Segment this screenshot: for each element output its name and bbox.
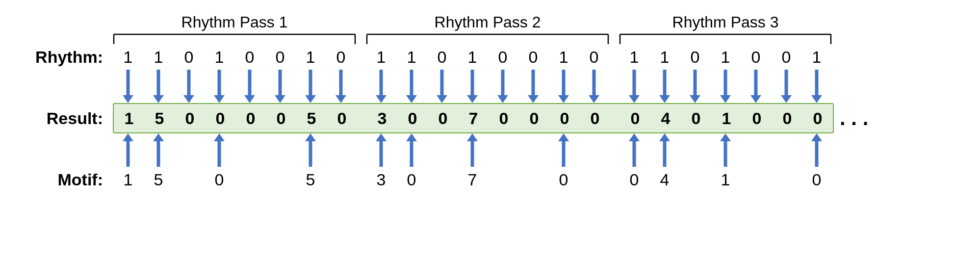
result-cell: 0 bbox=[620, 109, 650, 128]
result-cell: 0 bbox=[428, 109, 458, 128]
rhythm-cell: 1 bbox=[143, 48, 174, 67]
svg-marker-46 bbox=[690, 95, 700, 103]
arrow-down-cell bbox=[265, 70, 295, 103]
svg-marker-74 bbox=[659, 133, 670, 141]
arrow-down-cell bbox=[113, 70, 143, 103]
svg-marker-68 bbox=[467, 133, 478, 141]
pass-labels-row: Rhythm Pass 1 Rhythm Pass 2 Rhythm Pass … bbox=[10, 5, 970, 44]
arrow-up-cell bbox=[143, 133, 174, 167]
arrow-down-cell bbox=[326, 70, 356, 103]
result-cell: 7 bbox=[458, 109, 489, 128]
pass-label-text-3: Rhythm Pass 3 bbox=[672, 13, 779, 31]
svg-marker-22 bbox=[305, 95, 316, 103]
svg-marker-50 bbox=[750, 95, 761, 103]
result-cell: 0 bbox=[397, 109, 428, 128]
result-cell: 0 bbox=[489, 109, 519, 128]
motif-cell: 0 bbox=[396, 170, 427, 189]
arrow-up-cell bbox=[710, 133, 741, 167]
rhythm-cell: 0 bbox=[680, 48, 710, 67]
arrow-down-cell bbox=[295, 70, 326, 103]
result-box: 15000050300700000401000 bbox=[113, 103, 834, 133]
result-cell: 5 bbox=[144, 109, 175, 128]
rhythm-cell: 0 bbox=[771, 48, 801, 67]
result-cell: 0 bbox=[549, 109, 580, 128]
ellipsis: . . . bbox=[840, 106, 868, 130]
rhythm-cell: 0 bbox=[518, 48, 548, 67]
rhythm-label: Rhythm: bbox=[10, 48, 113, 67]
rhythm-cell: 0 bbox=[326, 48, 356, 67]
motif-cell: 7 bbox=[457, 170, 488, 189]
rhythm-cell: 0 bbox=[741, 48, 771, 67]
arrow-down-cell bbox=[174, 70, 204, 103]
svg-marker-42 bbox=[629, 95, 640, 103]
motif-cell: 0 bbox=[204, 170, 234, 189]
result-label: Result: bbox=[10, 109, 113, 128]
svg-marker-72 bbox=[629, 133, 640, 141]
svg-marker-52 bbox=[781, 95, 792, 103]
arrow-down-cell bbox=[579, 70, 609, 103]
rhythm-cell: 1 bbox=[649, 48, 680, 67]
arrow-up-cell bbox=[457, 133, 488, 167]
motif-cell: 0 bbox=[548, 170, 579, 189]
arrow-down-cell bbox=[234, 70, 265, 103]
rhythm-cell: 0 bbox=[234, 48, 265, 67]
svg-marker-38 bbox=[558, 95, 569, 103]
arrow-up-cell bbox=[548, 133, 579, 167]
motif-cell: 0 bbox=[619, 170, 649, 189]
svg-marker-66 bbox=[406, 133, 417, 141]
motif-cell: 5 bbox=[143, 170, 174, 189]
result-cell: 0 bbox=[681, 109, 711, 128]
svg-marker-48 bbox=[720, 95, 731, 103]
svg-marker-16 bbox=[214, 95, 225, 103]
rhythm-cell: 1 bbox=[295, 48, 326, 67]
rhythm-cell: 1 bbox=[204, 48, 234, 67]
pass-label-text-2: Rhythm Pass 2 bbox=[435, 13, 541, 31]
svg-marker-30 bbox=[437, 95, 447, 103]
result-cell: 0 bbox=[266, 109, 296, 128]
svg-marker-58 bbox=[153, 133, 164, 141]
arrow-down-cell bbox=[680, 70, 710, 103]
rhythm-cell: 1 bbox=[801, 48, 832, 67]
arrow-up-cell bbox=[396, 133, 427, 167]
result-cell: 0 bbox=[519, 109, 549, 128]
result-cell: 0 bbox=[742, 109, 772, 128]
arrow-down-cell bbox=[619, 70, 649, 103]
motif-cell: 5 bbox=[295, 170, 326, 189]
arrows-up-row bbox=[10, 133, 970, 167]
svg-marker-26 bbox=[376, 95, 387, 103]
arrow-down-cell bbox=[741, 70, 771, 103]
svg-marker-24 bbox=[335, 95, 346, 103]
result-cell: 1 bbox=[711, 109, 742, 128]
motif-cell: 1 bbox=[710, 170, 741, 189]
svg-marker-12 bbox=[153, 95, 164, 103]
arrow-down-cell bbox=[518, 70, 548, 103]
rhythm-cell: 1 bbox=[396, 48, 427, 67]
pass-bracket-2 bbox=[366, 33, 609, 44]
rhythm-row: Rhythm:11010010110100101101001 bbox=[10, 44, 970, 70]
arrow-up-cell bbox=[619, 133, 649, 167]
svg-marker-70 bbox=[558, 133, 569, 141]
motif-cell: 1 bbox=[113, 170, 143, 189]
motif-cell: 4 bbox=[649, 170, 680, 189]
svg-marker-10 bbox=[123, 95, 133, 103]
arrow-up-cell bbox=[113, 133, 143, 167]
result-cell: 4 bbox=[650, 109, 681, 128]
rhythm-cell: 0 bbox=[427, 48, 457, 67]
svg-marker-20 bbox=[275, 95, 285, 103]
result-cell: 0 bbox=[205, 109, 235, 128]
arrow-down-cell bbox=[457, 70, 488, 103]
result-cell: 0 bbox=[235, 109, 266, 128]
result-cell: 0 bbox=[327, 109, 357, 128]
diagram: Rhythm Pass 1 Rhythm Pass 2 Rhythm Pass … bbox=[0, 0, 980, 257]
result-cell: 0 bbox=[802, 109, 833, 128]
svg-marker-76 bbox=[720, 133, 731, 141]
pass-bracket-1 bbox=[113, 33, 356, 44]
result-cell: 0 bbox=[772, 109, 802, 128]
svg-marker-34 bbox=[497, 95, 508, 103]
arrows-down-row bbox=[10, 70, 970, 103]
arrow-up-cell bbox=[801, 133, 832, 167]
arrow-down-cell bbox=[771, 70, 801, 103]
rhythm-cell: 0 bbox=[265, 48, 295, 67]
motif-cell: 3 bbox=[366, 170, 396, 189]
svg-marker-62 bbox=[305, 133, 316, 141]
